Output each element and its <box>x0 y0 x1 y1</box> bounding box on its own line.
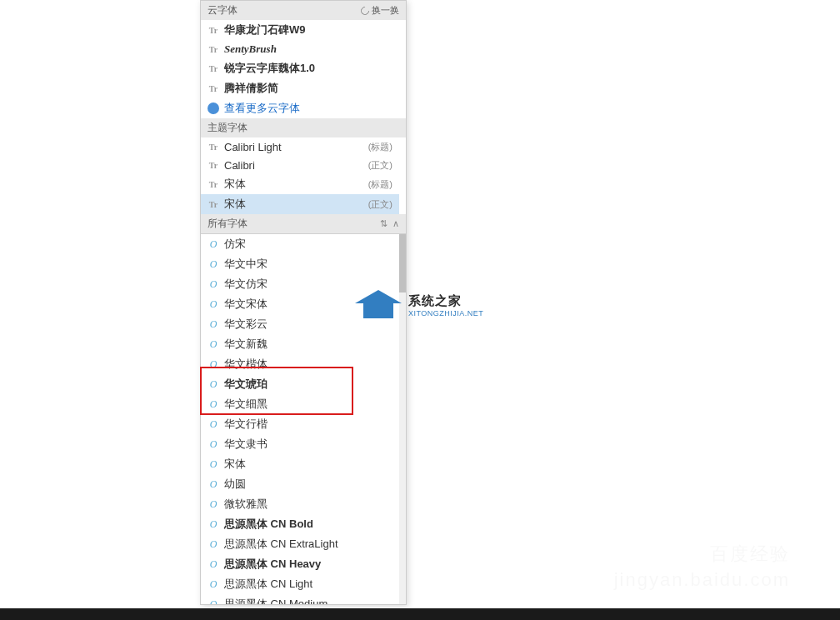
font-name-label: 腾祥倩影简 <box>224 81 278 96</box>
truetype-icon: Tr <box>208 141 219 152</box>
cloud-fonts-title: 云字体 <box>208 3 238 18</box>
bottom-wm-line1: 百度经验 <box>614 542 790 568</box>
font-name-label: 幼圆 <box>224 477 246 492</box>
opentype-icon: O <box>208 578 219 590</box>
font-item[interactable]: O华文细黑 <box>201 394 399 414</box>
truetype-icon: Tr <box>208 159 219 171</box>
font-item[interactable]: O微软雅黑 <box>201 494 399 514</box>
all-fonts-title: 所有字体 <box>208 217 248 231</box>
collapse-icon[interactable]: ∧ <box>392 218 399 229</box>
scrollbar-thumb[interactable] <box>399 234 406 292</box>
font-name-label: 宋体 <box>224 197 246 212</box>
font-name-label: 华文细黑 <box>224 397 268 412</box>
theme-fonts-title: 主题字体 <box>208 121 248 135</box>
font-item[interactable]: Tr华康龙门石碑W9 <box>201 20 399 40</box>
font-item[interactable]: O思源黑体 CN Medium <box>201 594 399 604</box>
bottom-bar <box>0 608 840 620</box>
font-item[interactable]: TrSentyBrush <box>201 40 399 58</box>
font-item[interactable]: O宋体 <box>201 454 399 474</box>
font-name-label: 锐字云字库魏体1.0 <box>224 61 315 76</box>
more-cloud-fonts-label: 查看更多云字体 <box>224 101 300 116</box>
sort-icon[interactable]: ⇅ <box>380 218 388 229</box>
opentype-icon: O <box>208 438 219 450</box>
truetype-icon: Tr <box>208 43 219 55</box>
cloud-fonts-header: 云字体 换一换 <box>201 1 406 20</box>
font-item[interactable]: O仿宋 <box>201 234 399 254</box>
font-item[interactable]: O思源黑体 CN Bold <box>201 514 399 534</box>
font-item[interactable]: Tr腾祥倩影简 <box>201 78 399 98</box>
font-name-label: 宋体 <box>224 457 246 472</box>
font-name-label: 宋体 <box>224 177 246 192</box>
theme-fonts-header: 主题字体 <box>201 118 406 138</box>
font-item[interactable]: O华文琥珀 <box>201 374 399 394</box>
opentype-icon: O <box>208 278 219 290</box>
font-suffix-label: (标题) <box>368 141 392 153</box>
opentype-icon: O <box>208 238 219 250</box>
opentype-icon: O <box>208 258 219 270</box>
cloud-icon <box>208 102 219 114</box>
font-name-label: 微软雅黑 <box>224 497 268 512</box>
font-item[interactable]: Tr宋体(正文) <box>201 194 399 214</box>
font-suffix-label: (正文) <box>368 159 392 172</box>
font-name-label: 仿宋 <box>224 237 246 252</box>
more-cloud-fonts-link[interactable]: 查看更多云字体 <box>201 98 406 118</box>
font-name-label: 华文彩云 <box>224 317 268 332</box>
opentype-icon: O <box>208 338 219 350</box>
font-name-label: 思源黑体 CN Medium <box>224 597 328 604</box>
font-item[interactable]: O思源黑体 CN Heavy <box>201 554 399 574</box>
truetype-icon: Tr <box>208 24 219 36</box>
font-name-label: 华康龙门石碑W9 <box>224 22 306 38</box>
font-name-label: 华文楷体 <box>224 357 268 372</box>
font-item[interactable]: TrCalibri Light(标题) <box>201 138 399 156</box>
watermark: 系统之家 XITONGZHIJIA.NET <box>355 290 483 320</box>
watermark-title: 系统之家 <box>408 293 483 309</box>
font-name-label: 华文琥珀 <box>224 377 268 392</box>
font-item[interactable]: Tr宋体(标题) <box>201 174 399 194</box>
font-name-label: 思源黑体 CN Bold <box>224 517 313 532</box>
font-item[interactable]: O华文中宋 <box>201 254 399 274</box>
refresh-icon <box>359 4 371 16</box>
font-item[interactable]: Tr锐字云字库魏体1.0 <box>201 58 399 78</box>
refresh-label: 换一换 <box>372 4 399 17</box>
font-item[interactable]: O华文隶书 <box>201 434 399 454</box>
all-fonts-header: 所有字体 ⇅ ∧ <box>201 214 406 234</box>
font-name-label: 华文宋体 <box>224 297 268 312</box>
opentype-icon: O <box>208 458 219 470</box>
font-name-label: 华文隶书 <box>224 437 268 452</box>
font-item[interactable]: O华文新魏 <box>201 334 399 354</box>
font-item[interactable]: O思源黑体 CN ExtraLight <box>201 534 399 554</box>
font-name-label: 华文仿宋 <box>224 277 268 292</box>
watermark-text: 系统之家 XITONGZHIJIA.NET <box>408 293 483 318</box>
opentype-icon: O <box>208 518 219 530</box>
truetype-icon: Tr <box>208 198 219 210</box>
opentype-icon: O <box>208 378 219 390</box>
all-fonts-header-icons: ⇅ ∧ <box>380 218 399 229</box>
font-item[interactable]: O华文行楷 <box>201 414 399 434</box>
font-item[interactable]: O幼圆 <box>201 474 399 494</box>
refresh-button[interactable]: 换一换 <box>361 4 399 17</box>
opentype-icon: O <box>208 598 219 604</box>
font-name-label: 华文新魏 <box>224 337 268 352</box>
opentype-icon: O <box>208 398 219 410</box>
watermark-icon <box>355 290 402 320</box>
font-item[interactable]: O思源黑体 CN Light <box>201 574 399 594</box>
opentype-icon: O <box>208 358 219 370</box>
font-item[interactable]: O华文楷体 <box>201 354 399 374</box>
font-suffix-label: (正文) <box>368 198 392 211</box>
truetype-icon: Tr <box>208 178 219 190</box>
truetype-icon: Tr <box>208 62 219 74</box>
theme-fonts-list: TrCalibri Light(标题)TrCalibri(正文)Tr宋体(标题)… <box>201 138 406 214</box>
opentype-icon: O <box>208 318 219 330</box>
font-name-label: 思源黑体 CN ExtraLight <box>224 537 338 552</box>
opentype-icon: O <box>208 498 219 510</box>
truetype-icon: Tr <box>208 82 219 94</box>
opentype-icon: O <box>208 558 219 570</box>
font-name-label: Calibri <box>224 159 255 172</box>
font-item[interactable]: TrCalibri(正文) <box>201 156 399 174</box>
font-name-label: 思源黑体 CN Light <box>224 577 312 592</box>
opentype-icon: O <box>208 478 219 490</box>
cloud-fonts-list: Tr华康龙门石碑W9TrSentyBrushTr锐字云字库魏体1.0Tr腾祥倩影… <box>201 20 406 98</box>
bottom-wm-line2: jingyan.baidu.com <box>614 568 790 593</box>
opentype-icon: O <box>208 538 219 550</box>
font-name-label: 华文中宋 <box>224 257 268 272</box>
